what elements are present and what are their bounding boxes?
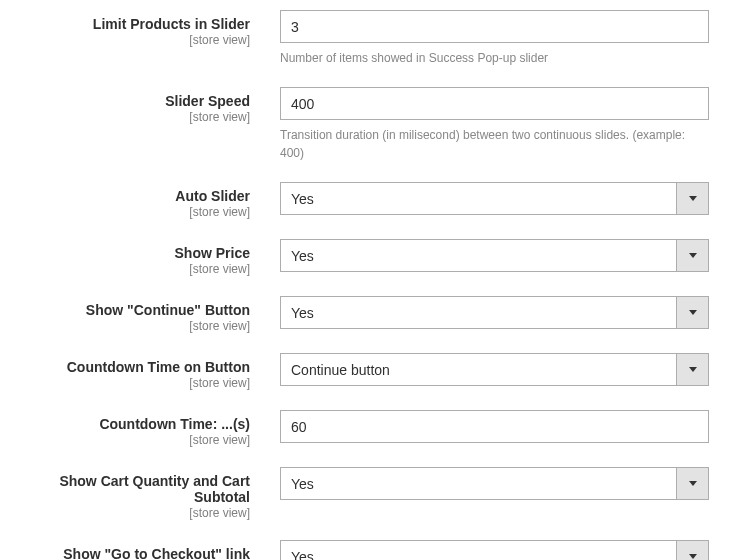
label-text: Show "Go to Checkout" link [20,546,250,560]
select-value: Continue button [280,353,676,386]
scope-label: [store view] [20,319,250,333]
scope-label: [store view] [20,376,250,390]
caret-down-icon [689,196,697,201]
label-text: Show Price [20,245,250,261]
row-countdown-on-button: Countdown Time on Button [store view] Co… [0,353,729,390]
label-show-continue: Show "Continue" Button [store view] [20,296,280,333]
input-col: Yes [280,239,709,272]
caret-down-icon [689,554,697,559]
dropdown-button[interactable] [676,296,709,329]
label-text: Auto Slider [20,188,250,204]
dropdown-button[interactable] [676,239,709,272]
help-text: Number of items showed in Success Pop-up… [280,49,709,67]
input-col: Yes [280,296,709,329]
scope-label: [store view] [20,506,250,520]
scope-label: [store view] [20,433,250,447]
row-slider-speed: Slider Speed [store view] Transition dur… [0,87,729,162]
select-value: Yes [280,467,676,500]
label-countdown-on-button: Countdown Time on Button [store view] [20,353,280,390]
auto-slider-select[interactable]: Yes [280,182,709,215]
help-text: Transition duration (in milisecond) betw… [280,126,709,162]
caret-down-icon [689,310,697,315]
label-limit-products: Limit Products in Slider [store view] [20,10,280,47]
show-checkout-select[interactable]: Yes [280,540,709,560]
caret-down-icon [689,367,697,372]
scope-label: [store view] [20,110,250,124]
limit-products-input[interactable] [280,10,709,43]
label-text: Countdown Time: ...(s) [20,416,250,432]
select-value: Yes [280,540,676,560]
row-show-continue-button: Show "Continue" Button [store view] Yes [0,296,729,333]
show-continue-select[interactable]: Yes [280,296,709,329]
caret-down-icon [689,253,697,258]
select-value: Yes [280,182,676,215]
slider-speed-input[interactable] [280,87,709,120]
row-countdown-time: Countdown Time: ...(s) [store view] [0,410,729,447]
row-show-checkout-link: Show "Go to Checkout" link [store view] … [0,540,729,560]
dropdown-button[interactable] [676,353,709,386]
countdown-time-input[interactable] [280,410,709,443]
scope-label: [store view] [20,262,250,276]
label-text: Countdown Time on Button [20,359,250,375]
input-col [280,410,709,443]
label-text: Show Cart Quantity and Cart Subtotal [20,473,250,505]
input-col: Number of items showed in Success Pop-up… [280,10,709,67]
dropdown-button[interactable] [676,467,709,500]
label-text: Limit Products in Slider [20,16,250,32]
caret-down-icon [689,481,697,486]
select-value: Yes [280,296,676,329]
scope-label: [store view] [20,33,250,47]
row-show-price: Show Price [store view] Yes [0,239,729,276]
dropdown-button[interactable] [676,182,709,215]
row-auto-slider: Auto Slider [store view] Yes [0,182,729,219]
show-price-select[interactable]: Yes [280,239,709,272]
input-col: Continue button [280,353,709,386]
input-col: Yes [280,182,709,215]
label-slider-speed: Slider Speed [store view] [20,87,280,124]
label-text: Show "Continue" Button [20,302,250,318]
label-show-cart-qty: Show Cart Quantity and Cart Subtotal [st… [20,467,280,520]
select-value: Yes [280,239,676,272]
row-limit-products-in-slider: Limit Products in Slider [store view] Nu… [0,10,729,67]
label-auto-slider: Auto Slider [store view] [20,182,280,219]
input-col: Yes [280,467,709,500]
label-countdown-time: Countdown Time: ...(s) [store view] [20,410,280,447]
show-cart-qty-select[interactable]: Yes [280,467,709,500]
input-col: Yes [280,540,709,560]
dropdown-button[interactable] [676,540,709,560]
row-show-cart-qty-subtotal: Show Cart Quantity and Cart Subtotal [st… [0,467,729,520]
scope-label: [store view] [20,205,250,219]
input-col: Transition duration (in milisecond) betw… [280,87,709,162]
label-show-price: Show Price [store view] [20,239,280,276]
countdown-on-button-select[interactable]: Continue button [280,353,709,386]
label-show-checkout: Show "Go to Checkout" link [store view] [20,540,280,560]
label-text: Slider Speed [20,93,250,109]
